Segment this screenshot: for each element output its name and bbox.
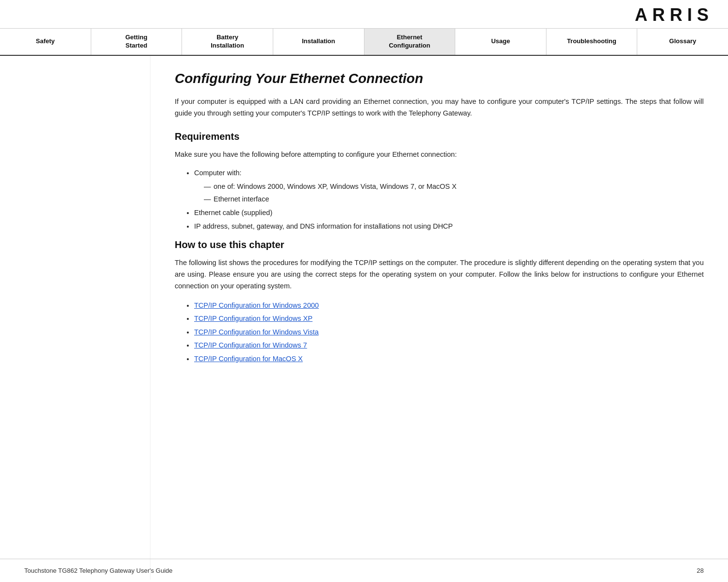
- list-item-ip-address: IP address, subnet, gateway, and DNS inf…: [194, 221, 704, 233]
- list-item-os: one of: Windows 2000, Windows XP, Window…: [204, 181, 704, 193]
- how-to-use-text: The following list shows the procedures …: [175, 257, 704, 292]
- links-list: TCP/IP Configuration for Windows 2000 TC…: [194, 299, 704, 366]
- list-item-ethernet-cable: Ethernet cable (supplied): [194, 207, 704, 219]
- nav-item-usage[interactable]: Usage: [455, 29, 546, 55]
- list-item-computer: Computer with: one of: Windows 2000, Win…: [194, 167, 704, 205]
- list-item-link-winxp: TCP/IP Configuration for Windows XP: [194, 312, 704, 326]
- nav-item-ethernet-configuration[interactable]: EthernetConfiguration: [364, 29, 456, 55]
- list-item-link-win7: TCP/IP Configuration for Windows 7: [194, 339, 704, 352]
- nav-item-safety[interactable]: Safety: [0, 29, 91, 55]
- nav-item-getting-started[interactable]: GettingStarted: [91, 29, 182, 55]
- link-winvista[interactable]: TCP/IP Configuration for Windows Vista: [194, 328, 319, 336]
- sub-list-computer: one of: Windows 2000, Windows XP, Window…: [204, 181, 704, 205]
- nav-item-glossary[interactable]: Glossary: [637, 29, 728, 55]
- list-item-ethernet-interface: Ethernet interface: [204, 194, 704, 205]
- requirements-heading: Requirements: [175, 131, 704, 142]
- nav-item-installation[interactable]: Installation: [273, 29, 364, 55]
- list-item-link-macosx: TCP/IP Configuration for MacOS X: [194, 352, 704, 366]
- link-win7[interactable]: TCP/IP Configuration for Windows 7: [194, 341, 307, 349]
- main-content: Configuring Your Ethernet Connection If …: [150, 56, 728, 580]
- link-winxp[interactable]: TCP/IP Configuration for Windows XP: [194, 315, 313, 322]
- requirements-list: Computer with: one of: Windows 2000, Win…: [194, 167, 704, 233]
- footer-product-name: Touchstone TG862 Telephony Gateway User'…: [24, 567, 173, 574]
- how-to-use-heading: How to use this chapter: [175, 239, 704, 250]
- link-macosx[interactable]: TCP/IP Configuration for MacOS X: [194, 355, 303, 363]
- list-item-link-winvista: TCP/IP Configuration for Windows Vista: [194, 326, 704, 339]
- page-title: Configuring Your Ethernet Connection: [175, 70, 704, 87]
- link-win2000[interactable]: TCP/IP Configuration for Windows 2000: [194, 301, 319, 309]
- page-header: ARRIS: [0, 0, 728, 29]
- nav-item-troubleshooting[interactable]: Troubleshooting: [546, 29, 638, 55]
- requirements-intro: Make sure you have the following before …: [175, 149, 704, 161]
- footer-page-number: 28: [697, 567, 704, 574]
- page-footer: Touchstone TG862 Telephony Gateway User'…: [0, 559, 728, 582]
- list-item-link-win2000: TCP/IP Configuration for Windows 2000: [194, 299, 704, 313]
- intro-paragraph: If your computer is equipped with a LAN …: [175, 96, 704, 119]
- main-navigation: Safety GettingStarted BatteryInstallatio…: [0, 29, 728, 56]
- nav-item-battery-installation[interactable]: BatteryInstallation: [182, 29, 273, 55]
- page-body: Configuring Your Ethernet Connection If …: [0, 56, 728, 580]
- sidebar: [0, 56, 150, 580]
- arris-logo: ARRIS: [635, 5, 713, 25]
